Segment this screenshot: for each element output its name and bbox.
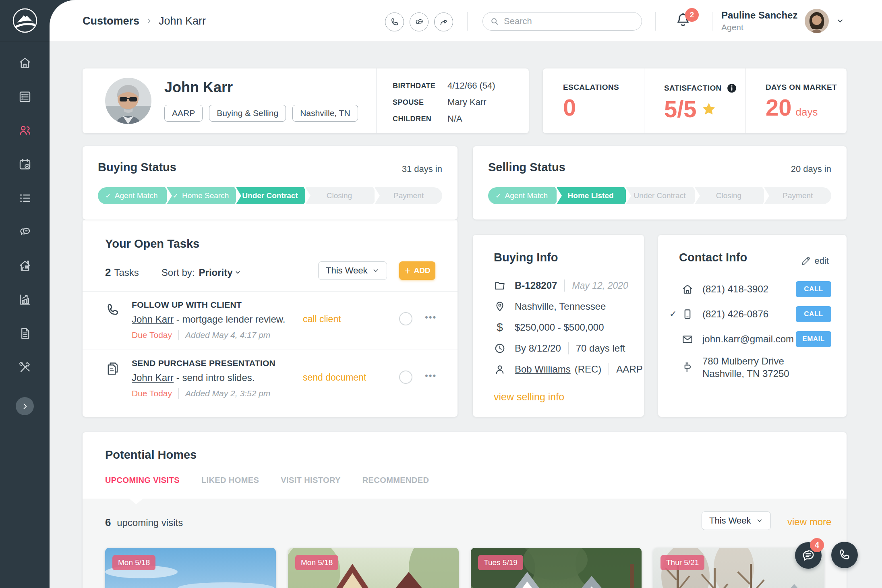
home-icon [681, 283, 694, 295]
add-task-button[interactable]: ADD [399, 261, 435, 280]
step-label: Under Contract [634, 191, 686, 200]
mountain-logo-icon [12, 7, 38, 34]
edit-contact-button[interactable]: edit [801, 256, 829, 266]
call-home-button[interactable]: CALL [796, 281, 831, 297]
user-avatar [805, 9, 829, 33]
agent-org: AARP [616, 364, 642, 375]
task-complete-checkbox[interactable] [399, 312, 412, 325]
step-closing[interactable]: Closing [306, 187, 373, 204]
envelope-icon [681, 333, 694, 345]
deadline-remaining: 70 days left [576, 343, 625, 354]
step-home-search[interactable]: ✓Home Search [167, 187, 234, 204]
sort-value-dropdown[interactable]: Priority [199, 267, 241, 278]
mobile-phone-icon [681, 308, 694, 320]
task-client-link[interactable]: John Karr [132, 314, 174, 325]
sidebar-item-customers[interactable] [17, 123, 33, 138]
selling-status-title: Selling Status [488, 161, 565, 174]
call-quick-button[interactable] [385, 12, 404, 31]
breadcrumb-customers[interactable]: Customers [83, 15, 139, 27]
task-client-link[interactable]: John Karr [132, 372, 174, 383]
visit-date-badge: Thur 5/21 [660, 555, 704, 570]
step-under-contract[interactable]: Under Contract [236, 187, 304, 204]
sidebar-item-properties[interactable] [17, 259, 33, 273]
view-more-link[interactable]: view more [787, 516, 831, 528]
stat-escalations: ESCALATIONS 0 [543, 68, 644, 133]
buying-status-duration: 31 days in [402, 164, 442, 174]
buying-info-agent-row: Bob Williams (REC) AARP [494, 359, 643, 380]
buying-info-card: Buying Info B-128207 May 12, 2020 Nashvi… [473, 235, 644, 417]
view-selling-info-link[interactable]: view selling info [494, 391, 564, 403]
field-label: CHILDREN [393, 115, 447, 123]
buying-info-budget-row: $ $250,000 - $500,000 [494, 317, 643, 338]
tasks-week-filter-select[interactable]: This Week [318, 261, 387, 280]
more-menu-icon[interactable]: ••• [425, 312, 437, 323]
app-logo[interactable] [0, 0, 50, 41]
user-name: Pauline Sanchez [721, 10, 797, 21]
sidebar-expand-button[interactable] [16, 397, 34, 415]
visits-week-filter-select[interactable]: This Week [702, 511, 771, 530]
task-complete-checkbox[interactable] [399, 371, 412, 384]
task-added: Added May 4, 4:17 pm [185, 330, 270, 340]
step-payment[interactable]: Payment [375, 187, 442, 204]
call-mobile-button[interactable]: CALL [796, 306, 831, 322]
sidebar-item-documents[interactable] [17, 326, 33, 341]
sidebar-item-analytics[interactable] [17, 292, 33, 307]
sidebar-item-calendar[interactable] [17, 157, 33, 172]
sidebar-item-lists[interactable] [17, 191, 33, 205]
document-copy-icon [105, 361, 120, 376]
call-client-link[interactable]: call client [303, 314, 341, 325]
tab-liked-homes[interactable]: LIKED HOMES [201, 476, 259, 485]
email-row: john.karr@gmail.com EMAIL [669, 327, 831, 352]
visit-date-badge: Mon 5/18 [112, 555, 155, 570]
more-menu-icon[interactable]: ••• [425, 371, 437, 381]
notifications-button[interactable]: 2 [675, 11, 696, 32]
visit-date-badge: Mon 5/18 [295, 555, 338, 570]
user-menu[interactable]: Pauline Sanchez Agent [721, 0, 844, 42]
chat-fab-badge: 4 [810, 538, 824, 552]
step-payment[interactable]: Payment [764, 187, 831, 204]
step-agent-match[interactable]: ✓Agent Match [98, 187, 165, 204]
sidebar-item-messages[interactable] [17, 225, 33, 239]
search-input[interactable] [504, 16, 634, 27]
breadcrumb-current: John Karr [159, 15, 206, 27]
contact-info-card: Contact Info edit (821) 418-3902 CALL ✓ … [658, 235, 847, 417]
step-label: Under Contract [242, 191, 298, 200]
customer-avatar [105, 78, 151, 124]
tag-buying-selling: Buying & Selling [209, 105, 286, 122]
contact-rows: (821) 418-3902 CALL ✓ (821) 426-0876 CAL… [669, 277, 831, 383]
reference-date: May 12, 2020 [572, 280, 628, 291]
tab-upcoming-visits[interactable]: UPCOMING VISITS [105, 476, 180, 485]
step-label: Home Listed [568, 191, 614, 200]
visits-count-label: upcoming visits [117, 517, 183, 528]
address-line1: 780 Mulberry Drive [702, 356, 784, 366]
chevron-down-icon [234, 269, 241, 276]
sort-label: Sort by: [161, 267, 195, 278]
visit-card-3[interactable]: Tues 5/19 [471, 548, 642, 588]
tab-recommended[interactable]: RECOMMENDED [362, 476, 429, 485]
share-quick-button[interactable] [434, 12, 453, 31]
tab-visit-history[interactable]: VISIT HISTORY [281, 476, 341, 485]
sidebar-item-home[interactable] [17, 56, 33, 70]
chat-fab[interactable]: 4 [795, 542, 822, 569]
task-row-follow-up: FOLLOW UP WITH CLIENT John Karr - mortga… [83, 291, 458, 350]
step-home-listed[interactable]: Home Listed [557, 187, 624, 204]
step-agent-match[interactable]: ✓Agent Match [488, 187, 555, 204]
document-icon [18, 327, 32, 340]
visit-card-2[interactable]: Mon 5/18 [288, 548, 459, 588]
customer-tags: AARP Buying & Selling Nashville, TN [164, 105, 358, 122]
send-document-link[interactable]: send document [303, 372, 366, 383]
email-button[interactable]: EMAIL [796, 331, 831, 347]
selling-status-steps: ✓Agent Match Home Listed Under Contract … [488, 187, 831, 204]
visit-card-1[interactable]: Mon 5/18 [105, 548, 276, 588]
call-fab[interactable] [831, 542, 858, 568]
info-icon[interactable] [727, 83, 737, 93]
stats-card: ESCALATIONS 0 SATISFACTION 5/5 DAYS ON M… [543, 68, 847, 133]
agent-link[interactable]: Bob Williams [515, 364, 571, 375]
step-label: Payment [393, 191, 424, 200]
header-divider [712, 12, 712, 31]
message-quick-button[interactable] [410, 12, 429, 31]
step-under-contract[interactable]: Under Contract [626, 187, 693, 204]
sidebar-item-tools[interactable] [17, 360, 33, 375]
step-closing[interactable]: Closing [695, 187, 762, 204]
sidebar-item-tasks[interactable] [17, 89, 33, 104]
